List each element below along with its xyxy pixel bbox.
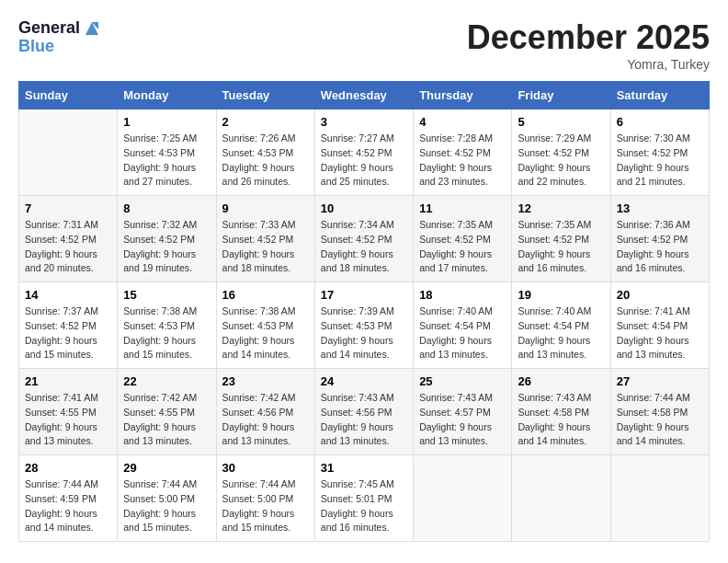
day-number: 1 [123,115,210,129]
day-number: 20 [617,288,703,302]
day-info: Sunrise: 7:31 AMSunset: 4:52 PMDaylight:… [25,218,111,276]
day-cell: 1Sunrise: 7:25 AMSunset: 4:53 PMDaylight… [118,109,216,196]
day-cell: 31Sunrise: 7:45 AMSunset: 5:01 PMDayligh… [314,455,413,542]
day-number: 29 [123,461,210,475]
day-number: 5 [518,115,604,129]
day-cell: 15Sunrise: 7:38 AMSunset: 4:53 PMDayligh… [118,282,216,369]
day-cell [19,109,118,196]
day-info: Sunrise: 7:43 AMSunset: 4:56 PMDaylight:… [321,391,407,449]
day-cell: 20Sunrise: 7:41 AMSunset: 4:54 PMDayligh… [610,282,709,369]
header-friday: Friday [512,82,610,109]
day-cell: 11Sunrise: 7:35 AMSunset: 4:52 PMDayligh… [414,196,512,282]
logo-text: General [18,18,102,39]
header-saturday: Saturday [610,82,709,109]
day-number: 17 [321,288,407,302]
day-info: Sunrise: 7:42 AMSunset: 4:55 PMDaylight:… [123,391,210,449]
day-info: Sunrise: 7:36 AMSunset: 4:52 PMDaylight:… [617,218,703,276]
day-info: Sunrise: 7:43 AMSunset: 4:58 PMDaylight:… [518,391,604,449]
day-number: 10 [321,201,407,215]
header-monday: Monday [118,82,216,109]
day-info: Sunrise: 7:34 AMSunset: 4:52 PMDaylight:… [321,218,407,276]
day-number: 13 [617,201,703,215]
day-number: 3 [321,115,407,129]
day-number: 22 [123,374,210,388]
day-cell: 18Sunrise: 7:40 AMSunset: 4:54 PMDayligh… [414,282,512,369]
day-number: 14 [25,288,111,302]
day-cell: 9Sunrise: 7:33 AMSunset: 4:52 PMDaylight… [216,196,314,282]
day-info: Sunrise: 7:44 AMSunset: 4:58 PMDaylight:… [617,391,703,449]
page-header: General Blue December 2025 Yomra, Turkey [18,18,710,72]
day-cell: 27Sunrise: 7:44 AMSunset: 4:58 PMDayligh… [610,369,709,455]
week-row-1: 1Sunrise: 7:25 AMSunset: 4:53 PMDaylight… [19,109,710,196]
day-info: Sunrise: 7:26 AMSunset: 4:53 PMDaylight:… [222,132,309,190]
day-number: 7 [25,201,111,215]
day-info: Sunrise: 7:37 AMSunset: 4:52 PMDaylight:… [25,304,111,362]
day-info: Sunrise: 7:27 AMSunset: 4:52 PMDaylight:… [321,132,407,190]
location: Yomra, Turkey [467,57,710,72]
day-info: Sunrise: 7:30 AMSunset: 4:52 PMDaylight:… [617,132,703,190]
day-cell: 14Sunrise: 7:37 AMSunset: 4:52 PMDayligh… [19,282,118,369]
day-cell: 12Sunrise: 7:35 AMSunset: 4:52 PMDayligh… [512,196,610,282]
day-info: Sunrise: 7:32 AMSunset: 4:52 PMDaylight:… [123,218,210,276]
day-info: Sunrise: 7:29 AMSunset: 4:52 PMDaylight:… [518,132,604,190]
day-number: 16 [222,288,309,302]
month-title: December 2025 [467,18,710,57]
day-number: 19 [518,288,604,302]
day-number: 4 [419,115,506,129]
day-info: Sunrise: 7:40 AMSunset: 4:54 PMDaylight:… [419,304,506,362]
day-info: Sunrise: 7:44 AMSunset: 5:00 PMDaylight:… [123,477,210,535]
day-cell [512,455,610,542]
day-info: Sunrise: 7:45 AMSunset: 5:01 PMDaylight:… [321,477,407,535]
logo-blue: Blue [18,37,102,56]
day-cell: 16Sunrise: 7:38 AMSunset: 4:53 PMDayligh… [216,282,314,369]
day-info: Sunrise: 7:25 AMSunset: 4:53 PMDaylight:… [123,132,210,190]
day-cell: 17Sunrise: 7:39 AMSunset: 4:53 PMDayligh… [314,282,413,369]
day-info: Sunrise: 7:44 AMSunset: 5:00 PMDaylight:… [222,477,309,535]
day-cell: 8Sunrise: 7:32 AMSunset: 4:52 PMDaylight… [118,196,216,282]
title-block: December 2025 Yomra, Turkey [467,18,710,72]
day-number: 9 [222,201,309,215]
header-wednesday: Wednesday [314,82,413,109]
day-cell: 4Sunrise: 7:28 AMSunset: 4:52 PMDaylight… [414,109,512,196]
day-number: 26 [518,374,604,388]
day-cell: 13Sunrise: 7:36 AMSunset: 4:52 PMDayligh… [610,196,709,282]
day-info: Sunrise: 7:43 AMSunset: 4:57 PMDaylight:… [419,391,506,449]
day-cell: 10Sunrise: 7:34 AMSunset: 4:52 PMDayligh… [314,196,413,282]
day-info: Sunrise: 7:41 AMSunset: 4:55 PMDaylight:… [25,391,111,449]
day-number: 25 [419,374,506,388]
day-cell [414,455,512,542]
day-info: Sunrise: 7:44 AMSunset: 4:59 PMDaylight:… [25,477,111,535]
day-info: Sunrise: 7:35 AMSunset: 4:52 PMDaylight:… [518,218,604,276]
day-cell: 7Sunrise: 7:31 AMSunset: 4:52 PMDaylight… [19,196,118,282]
day-info: Sunrise: 7:40 AMSunset: 4:54 PMDaylight:… [518,304,604,362]
day-number: 11 [419,201,506,215]
day-number: 12 [518,201,604,215]
day-number: 21 [25,374,111,388]
header-row: SundayMondayTuesdayWednesdayThursdayFrid… [19,82,710,109]
day-number: 15 [123,288,210,302]
day-cell: 22Sunrise: 7:42 AMSunset: 4:55 PMDayligh… [118,369,216,455]
day-info: Sunrise: 7:38 AMSunset: 4:53 PMDaylight:… [123,304,210,362]
day-cell: 23Sunrise: 7:42 AMSunset: 4:56 PMDayligh… [216,369,314,455]
day-number: 31 [321,461,407,475]
header-tuesday: Tuesday [216,82,314,109]
week-row-2: 7Sunrise: 7:31 AMSunset: 4:52 PMDaylight… [19,196,710,282]
day-number: 27 [617,374,703,388]
logo-icon [82,18,102,39]
calendar-table: SundayMondayTuesdayWednesdayThursdayFrid… [18,81,710,542]
day-info: Sunrise: 7:33 AMSunset: 4:52 PMDaylight:… [222,218,309,276]
day-number: 28 [25,461,111,475]
day-cell: 3Sunrise: 7:27 AMSunset: 4:52 PMDaylight… [314,109,413,196]
day-info: Sunrise: 7:42 AMSunset: 4:56 PMDaylight:… [222,391,309,449]
day-number: 24 [321,374,407,388]
day-info: Sunrise: 7:28 AMSunset: 4:52 PMDaylight:… [419,132,506,190]
logo: General Blue [18,18,102,56]
day-cell: 5Sunrise: 7:29 AMSunset: 4:52 PMDaylight… [512,109,610,196]
day-info: Sunrise: 7:41 AMSunset: 4:54 PMDaylight:… [617,304,703,362]
day-cell: 30Sunrise: 7:44 AMSunset: 5:00 PMDayligh… [216,455,314,542]
day-cell: 26Sunrise: 7:43 AMSunset: 4:58 PMDayligh… [512,369,610,455]
day-cell: 25Sunrise: 7:43 AMSunset: 4:57 PMDayligh… [414,369,512,455]
day-cell: 21Sunrise: 7:41 AMSunset: 4:55 PMDayligh… [19,369,118,455]
week-row-4: 21Sunrise: 7:41 AMSunset: 4:55 PMDayligh… [19,369,710,455]
day-cell: 24Sunrise: 7:43 AMSunset: 4:56 PMDayligh… [314,369,413,455]
